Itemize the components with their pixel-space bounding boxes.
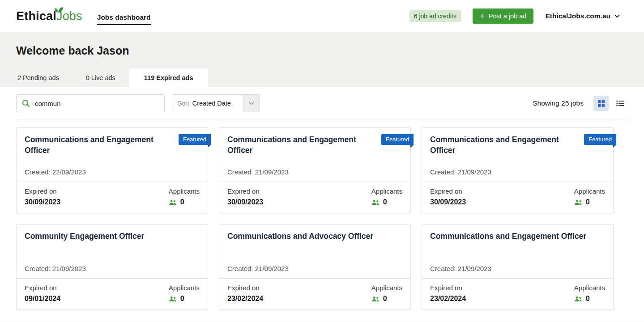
expired-label: Expired on	[25, 187, 60, 195]
nav-jobs-dashboard[interactable]: Jobs dashboard	[97, 13, 151, 25]
applicants-icon	[169, 296, 177, 302]
job-card-footer: Expired on 09/01/2024 Applicants 0	[17, 278, 208, 309]
topbar-right: 6 job ad credits + Post a job ad Ethical…	[409, 8, 620, 24]
list-view-button[interactable]	[613, 96, 628, 111]
search-icon	[22, 99, 30, 107]
main-nav: Jobs dashboard	[82, 12, 151, 20]
sort-value: Created Date	[192, 100, 243, 107]
plus-icon: +	[480, 12, 485, 20]
expired-date: 09/01/2024	[25, 295, 60, 303]
applicants-icon	[371, 296, 380, 302]
list-view-icon	[616, 100, 624, 106]
toolbar-right: Showing 25 jobs	[533, 96, 628, 111]
sort-label: Sort	[172, 100, 192, 107]
expired-label: Expired on	[430, 284, 466, 292]
expired-label: Expired on	[430, 187, 466, 195]
expired-date: 23/02/2024	[227, 295, 263, 303]
header: EthicalJobs Jobs dashboard 6 job ad cred…	[0, 0, 644, 32]
expired-column: Expired on 09/01/2024	[25, 284, 60, 303]
search-input[interactable]	[35, 100, 159, 107]
expired-column: Expired on 30/09/2023	[227, 187, 263, 206]
expired-date: 30/09/2023	[430, 198, 466, 206]
applicants-label: Applicants	[574, 187, 605, 195]
job-created-date: Created: 21/09/2023	[227, 168, 402, 176]
job-card[interactable]: Community Engagement Officer Created: 21…	[16, 224, 208, 310]
job-created-date: Created: 22/09/2023	[25, 168, 200, 176]
chevron-down-icon	[614, 14, 620, 18]
applicants-column: Applicants 0	[574, 284, 605, 303]
applicants-count: 0	[586, 295, 590, 303]
applicants-count: 0	[586, 198, 590, 206]
applicants-value: 0	[574, 295, 605, 303]
tab-live-ads[interactable]: 0 Live ads	[73, 68, 129, 87]
grid-view-button[interactable]	[593, 96, 609, 111]
page-title: Welcome back Jason	[16, 44, 644, 57]
post-job-button[interactable]: + Post a job ad	[473, 8, 534, 24]
applicants-icon	[574, 199, 582, 205]
tab-pending-ads[interactable]: 2 Pending ads	[17, 68, 73, 87]
applicants-value: 0	[371, 198, 402, 206]
applicants-count: 0	[180, 295, 184, 303]
expired-ads-panel: Sort Created Date Showing 25 jobs Featur…	[0, 87, 644, 322]
credits-badge: 6 job ad credits	[409, 10, 461, 22]
job-title[interactable]: Communications and Engagement Officer	[227, 135, 402, 156]
sort-dropdown[interactable]: Sort Created Date	[172, 94, 260, 112]
job-card-footer: Expired on 23/02/2024 Applicants 0	[219, 278, 410, 309]
applicants-label: Applicants	[371, 284, 402, 292]
job-card[interactable]: Featured Communications and Engagement O…	[16, 127, 208, 213]
job-title[interactable]: Communications and Engagement Officer	[25, 135, 200, 156]
expired-date: 23/02/2024	[430, 295, 466, 303]
expired-date: 30/09/2023	[25, 198, 60, 206]
grid-view-icon	[598, 100, 605, 107]
applicants-label: Applicants	[169, 284, 200, 292]
applicants-value: 0	[371, 295, 402, 303]
account-menu[interactable]: EthicalJobs.com.au	[545, 12, 620, 20]
job-card-footer: Expired on 30/09/2023 Applicants 0	[422, 182, 613, 213]
applicants-column: Applicants 0	[169, 187, 200, 206]
logo-text-ethical: Ethical	[16, 9, 56, 23]
applicants-count: 0	[180, 198, 184, 206]
job-card-body: Communications and Advocacy Officer Crea…	[219, 225, 410, 278]
job-card-body: Communications and Engagement Officer Cr…	[422, 225, 613, 278]
applicants-value: 0	[169, 198, 200, 206]
showing-count: Showing 25 jobs	[533, 99, 584, 107]
expired-column: Expired on 30/09/2023	[25, 187, 60, 206]
leaf-icon	[54, 7, 64, 13]
job-card-footer: Expired on 30/09/2023 Applicants 0	[219, 182, 410, 213]
account-label: EthicalJobs.com.au	[545, 12, 610, 20]
featured-badge: Featured	[381, 134, 414, 145]
featured-badge: Featured	[179, 134, 211, 145]
applicants-column: Applicants 0	[574, 187, 605, 206]
job-card[interactable]: Featured Communications and Engagement O…	[422, 127, 614, 213]
job-created-date: Created: 21/09/2023	[227, 265, 402, 272]
applicants-count: 0	[383, 295, 387, 303]
applicants-column: Applicants 0	[371, 284, 402, 303]
applicants-label: Applicants	[169, 187, 200, 195]
job-title[interactable]: Community Engagement Officer	[25, 231, 200, 242]
job-card[interactable]: Communications and Advocacy Officer Crea…	[219, 224, 411, 310]
applicants-label: Applicants	[574, 284, 605, 292]
tab-expired-ads[interactable]: 119 Expired ads	[129, 68, 209, 87]
expired-column: Expired on 23/02/2024	[430, 284, 466, 303]
expired-column: Expired on 23/02/2024	[227, 284, 263, 303]
tabs: 2 Pending ads 0 Live ads 119 Expired ads	[0, 68, 644, 87]
job-created-date: Created: 21/09/2023	[25, 265, 200, 272]
job-card[interactable]: Featured Communications and Engagement O…	[219, 127, 411, 213]
logo[interactable]: EthicalJobs	[16, 9, 82, 23]
chevron-down-icon	[249, 102, 254, 105]
applicants-column: Applicants 0	[169, 284, 200, 303]
post-job-label: Post a job ad	[489, 13, 527, 20]
job-created-date: Created: 21/09/2023	[430, 168, 605, 176]
job-title[interactable]: Communications and Engagement Officer	[430, 135, 605, 156]
expired-label: Expired on	[227, 284, 263, 292]
applicants-count: 0	[383, 198, 387, 206]
job-created-date: Created: 21/09/2023	[430, 265, 605, 272]
job-title[interactable]: Communications and Advocacy Officer	[227, 231, 402, 242]
expired-label: Expired on	[227, 187, 263, 195]
job-card[interactable]: Communications and Engagement Officer Cr…	[422, 224, 614, 310]
applicants-column: Applicants 0	[371, 187, 402, 206]
job-card-body: Community Engagement Officer Created: 21…	[17, 225, 208, 278]
job-title[interactable]: Communications and Engagement Officer	[430, 231, 605, 242]
applicants-icon	[574, 296, 582, 302]
sort-caret[interactable]	[243, 95, 260, 112]
